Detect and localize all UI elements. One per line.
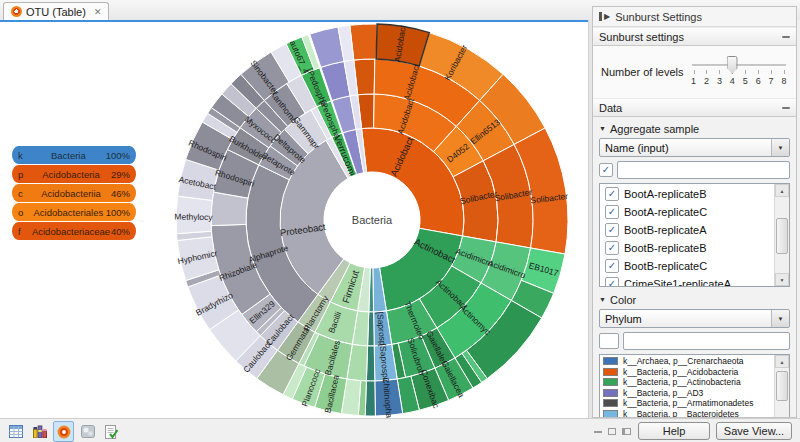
heatmap-view-icon[interactable] [77,421,98,442]
phylum-color-item[interactable]: k__Bacteria, p__Bacteroidetes [601,409,775,418]
slider-tick [694,70,695,74]
slider-tick-label: 4 [730,76,735,86]
color-swatch [603,389,618,397]
slider-tick [719,70,720,74]
color-swatch-button[interactable] [599,333,619,349]
tooltip-row: oAcidobacteriales100% [12,203,136,221]
panel-collapse-icon[interactable]: ▶ [599,12,610,21]
levels-slider[interactable]: 12345678 [690,49,788,95]
aggregate-sample-disclosure[interactable]: ▼ Aggregate sample [599,121,790,136]
phylum-label: k__Bacteria, p__Actinobacteria [623,377,741,387]
phylum-color-item[interactable]: k__Archaea, p__Crenarchaeota [601,356,775,367]
dock-panel-icon[interactable] [622,428,631,435]
view-switcher [5,421,122,442]
sample-list-item[interactable]: ✓BootB-replicateA [601,221,775,239]
slider-tick [758,70,759,74]
color-value: Phylum [605,313,642,325]
sunburst-segment-selected[interactable] [376,24,429,66]
tooltip-rank: c [18,188,31,199]
samples-scrollbar[interactable]: ▲ ▼ [774,184,789,286]
slider-tick [771,70,772,74]
phylum-label: k__Bacteria, p__Bacteroidetes [623,409,739,417]
sample-list-item[interactable]: ✓BootB-replicateB [601,239,775,257]
sunburst-segment[interactable] [176,196,212,234]
select-all-checkbox[interactable]: ✓ [599,163,613,177]
slider-tick-label: 2 [704,76,709,86]
levels-box: Number of levels 12345678 [593,46,796,98]
save-view-button[interactable]: Save View... [716,422,792,440]
tab-otu-table[interactable]: OTU (Table) ✕ [3,2,109,20]
tooltip-rank: o [18,207,31,218]
aggregate-sample-value: Name (input) [605,142,669,154]
color-filter-row [599,332,790,350]
sample-checkbox[interactable]: ✓ [605,259,619,273]
scrollbar-thumb[interactable] [776,371,788,401]
aggregate-sample-label: Aggregate sample [610,123,699,135]
stacked-column-view-icon[interactable] [29,421,50,442]
slider-tick [784,70,785,74]
color-swatch [603,378,618,386]
tooltip-rank: k [18,150,31,161]
sunburst-segment[interactable] [365,381,375,416]
samples-list[interactable]: ✓BootA-replicateB✓BootA-replicateC✓BootB… [599,183,790,287]
sample-checkbox[interactable]: ✓ [605,241,619,255]
color-filter-input[interactable] [623,332,790,350]
sample-checkbox[interactable]: ✓ [605,277,619,287]
scroll-up-icon[interactable]: ▲ [775,355,789,368]
sample-checkbox[interactable]: ✓ [605,205,619,219]
tooltip-name: Bacteria [31,150,106,161]
collapse-group-icon[interactable] [782,36,790,38]
colors-scrollbar[interactable]: ▲ ▼ [774,355,789,417]
minimize-panel-icon[interactable] [594,431,602,433]
sample-list-item[interactable]: ✓BootA-replicateB [601,185,775,203]
table-view-icon[interactable] [5,421,26,442]
sunburst-settings-group-header[interactable]: Sunburst settings [593,27,796,46]
scrollbar-thumb[interactable] [776,218,788,254]
sunburst-segment[interactable] [350,24,377,60]
color-swatch [603,410,618,417]
phylum-color-item[interactable]: k__Bacteria, p__Actinobacteria [601,377,775,388]
tooltip-name: Acidobacteriia [31,188,111,199]
sunburst-segment[interactable] [375,379,403,416]
scroll-up-icon[interactable]: ▲ [775,184,789,197]
data-group-header[interactable]: Data [593,98,796,117]
phylum-color-item[interactable]: k__Bacteria, p__Armatimonadetes [601,398,775,409]
slider-tick-label: 1 [691,76,696,86]
aggregate-sample-combo[interactable]: Name (input) ▼ [599,138,790,157]
phylum-label: k__Archaea, p__Crenarchaeota [623,356,744,366]
color-swatch [603,399,618,407]
group-label: Data [599,102,622,114]
sample-label: BootB-replicateB [624,242,707,254]
slider-thumb[interactable] [727,56,738,74]
sample-checkbox[interactable]: ✓ [605,223,619,237]
tooltip-name: Acidobacteriaceae [31,226,111,237]
sample-list-item[interactable]: ✓BootB-replicateC [601,257,775,275]
sunburst-view-icon[interactable] [53,421,74,442]
phylum-color-item[interactable]: k__Bacteria, p__AD3 [601,388,775,399]
tab-close-icon[interactable]: ✕ [94,7,102,17]
combo-arrow-icon[interactable]: ▼ [771,139,789,156]
color-combo[interactable]: Phylum ▼ [599,309,790,328]
tab-title: OTU (Table) [26,6,86,18]
slider-tick-label: 3 [717,76,722,86]
phylum-color-item[interactable]: k__Bacteria, p__Acidobacteria [601,367,775,378]
sample-label: CrimeSite1-replicateA [624,278,731,287]
color-label: Color [610,294,636,306]
scroll-down-icon[interactable]: ▼ [775,273,789,286]
sunburst-mini-icon [11,6,22,17]
sample-list-item[interactable]: ✓BootA-replicateC [601,203,775,221]
help-button[interactable]: Help [638,422,710,440]
color-disclosure[interactable]: ▼ Color [599,292,790,307]
bottom-bar: Help Save View... [0,418,800,442]
collapse-group-icon[interactable] [782,107,790,109]
combo-arrow-icon[interactable]: ▼ [771,310,789,327]
slider-ticks: 12345678 [694,49,784,95]
phylum-color-list[interactable]: k__Archaea, p__Crenarchaeotak__Bacteria,… [599,354,790,417]
tooltip-name: Acidobacteria [31,169,111,180]
tooltip-row: kBacteria100% [12,146,136,164]
sample-filter-input[interactable] [617,161,790,179]
sample-checkbox[interactable]: ✓ [605,187,619,201]
float-panel-icon[interactable] [608,428,616,435]
sample-list-item[interactable]: ✓CrimeSite1-replicateA [601,275,775,287]
report-view-icon[interactable] [101,421,122,442]
